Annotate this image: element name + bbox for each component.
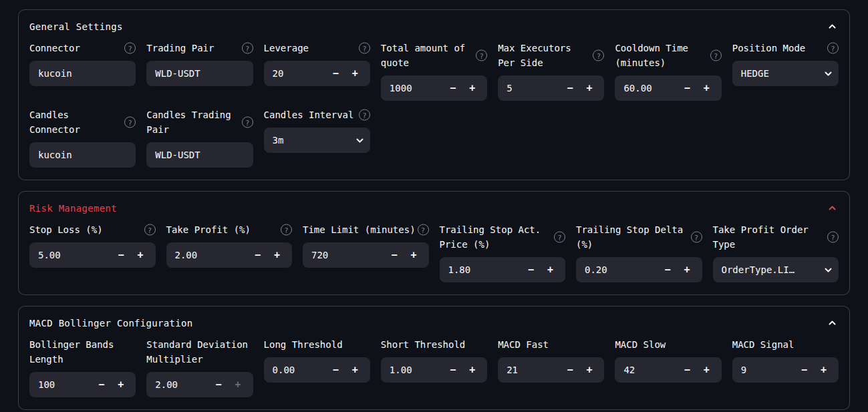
- decrement-button[interactable]: −: [248, 243, 267, 267]
- increment-button[interactable]: +: [579, 76, 599, 100]
- increment-button[interactable]: +: [404, 243, 424, 267]
- number-input-macd-fast[interactable]: 21−+: [498, 357, 604, 383]
- field-label-row: Short Threshold: [381, 337, 487, 352]
- field-bollinger-bands-length: Bollinger Bands Length 100−+: [29, 337, 136, 397]
- decrement-button[interactable]: −: [521, 258, 541, 282]
- field-label: MACD Fast: [498, 337, 604, 352]
- help-icon[interactable]: ?: [124, 117, 136, 128]
- help-icon[interactable]: ?: [144, 224, 156, 236]
- decrement-button[interactable]: −: [92, 373, 111, 397]
- increment-button[interactable]: +: [345, 358, 365, 382]
- stepper-buttons: −+: [326, 61, 365, 85]
- help-icon[interactable]: ?: [242, 43, 253, 54]
- increment-button[interactable]: +: [697, 76, 716, 100]
- field-label-row: Position Mode ?: [732, 41, 839, 55]
- decrement-button[interactable]: −: [794, 358, 814, 382]
- increment-button[interactable]: +: [267, 243, 287, 267]
- help-icon[interactable]: ?: [593, 50, 604, 61]
- field-trading-pair: Trading Pair ? WLD-USDT: [146, 41, 253, 101]
- help-icon[interactable]: ?: [554, 232, 565, 243]
- collapse-section-button[interactable]: [826, 20, 839, 33]
- number-input-leverage[interactable]: 20−+: [264, 61, 370, 86]
- number-input-short-threshold[interactable]: 1.00−+: [381, 357, 487, 383]
- field-candles-interval: Candles Interval ? 3m: [264, 108, 370, 168]
- collapse-section-button[interactable]: [826, 317, 839, 329]
- decrement-button[interactable]: −: [560, 76, 579, 100]
- help-icon[interactable]: ?: [827, 232, 839, 243]
- increment-button[interactable]: +: [541, 258, 560, 282]
- field-macd-slow: MACD Slow 42−+: [615, 337, 721, 397]
- field-label: Long Threshold: [264, 337, 370, 352]
- field-label-row: Take Profit (%) ?: [166, 222, 293, 237]
- decrement-button[interactable]: −: [326, 61, 345, 85]
- decrement-button[interactable]: −: [443, 76, 462, 100]
- decrement-button[interactable]: −: [560, 358, 579, 382]
- number-input-time-limit-minutes[interactable]: 720−+: [303, 242, 429, 268]
- number-input-bollinger-bands-length[interactable]: 100−+: [29, 372, 136, 397]
- select-candles-interval[interactable]: 3m: [264, 128, 370, 153]
- decrement-button[interactable]: −: [678, 76, 697, 100]
- increment-button[interactable]: +: [462, 76, 482, 100]
- text-input-trading-pair[interactable]: WLD-USDT: [146, 61, 253, 86]
- text-input-connector[interactable]: kucoin: [29, 61, 136, 86]
- increment-button[interactable]: +: [345, 61, 365, 85]
- field-value: 2.00: [155, 379, 208, 390]
- number-input-stop-loss[interactable]: 5.00−+: [29, 242, 156, 268]
- increment-button[interactable]: +: [462, 358, 482, 382]
- field-label: Stop Loss (%): [29, 222, 144, 237]
- number-input-trailing-stop-delta[interactable]: 0.20−+: [576, 257, 702, 282]
- field-position-mode: Position Mode ? HEDGE: [732, 41, 839, 101]
- help-icon[interactable]: ?: [359, 43, 370, 54]
- increment-button[interactable]: +: [814, 358, 833, 382]
- help-icon[interactable]: ?: [710, 50, 722, 61]
- decrement-button[interactable]: −: [443, 358, 462, 382]
- text-input-candles-connector[interactable]: kucoin: [29, 142, 136, 168]
- text-input-candles-trading-pair[interactable]: WLD-USDT: [146, 142, 253, 168]
- number-input-macd-signal[interactable]: 9−+: [732, 357, 839, 383]
- help-icon[interactable]: ?: [827, 43, 839, 54]
- chevron-down-icon: [823, 69, 833, 79]
- decrement-button[interactable]: −: [209, 373, 229, 397]
- field-value: 1.80: [448, 264, 522, 275]
- decrement-button[interactable]: −: [326, 358, 345, 382]
- increment-button[interactable]: +: [131, 243, 150, 267]
- help-icon[interactable]: ?: [359, 110, 370, 121]
- help-icon[interactable]: ?: [476, 50, 487, 61]
- field-label: Leverage: [264, 41, 358, 55]
- field-value: kucoin: [38, 68, 130, 79]
- increment-button[interactable]: +: [678, 258, 697, 282]
- field-row: Stop Loss (%) ? 5.00−+ Take Profit (%) ?…: [29, 222, 839, 282]
- help-icon[interactable]: ?: [124, 43, 136, 54]
- increment-button[interactable]: +: [111, 373, 130, 397]
- help-icon[interactable]: ?: [281, 224, 292, 236]
- stepper-buttons: −+: [521, 258, 560, 282]
- collapse-section-button[interactable]: [826, 202, 839, 214]
- field-value: 20: [273, 68, 326, 79]
- increment-button[interactable]: +: [697, 358, 716, 382]
- field-value: HEDGE: [741, 68, 823, 79]
- number-input-total-amount-of-quote[interactable]: 1000−+: [381, 75, 487, 101]
- number-input-macd-slow[interactable]: 42−+: [615, 357, 721, 383]
- decrement-button[interactable]: −: [658, 258, 678, 282]
- number-input-trailing-stop-act-price[interactable]: 1.80−+: [440, 257, 566, 282]
- help-icon[interactable]: ?: [418, 224, 429, 236]
- stepper-buttons: −+: [560, 358, 599, 382]
- field-connector: Connector ? kucoin: [29, 41, 136, 101]
- select-take-profit-order-type[interactable]: OrderType.LI…: [713, 257, 839, 282]
- number-input-take-profit[interactable]: 2.00−+: [166, 242, 293, 268]
- select-position-mode[interactable]: HEDGE: [732, 61, 839, 86]
- help-icon[interactable]: ?: [691, 232, 702, 243]
- number-input-max-executors-per-side[interactable]: 5−+: [498, 75, 604, 101]
- increment-button[interactable]: +: [579, 358, 599, 382]
- number-input-cooldown-time-minutes[interactable]: 60.00−+: [615, 75, 721, 101]
- number-input-long-threshold[interactable]: 0.00−+: [264, 357, 370, 383]
- field-label: Short Threshold: [381, 337, 487, 352]
- field-label-row: Time Limit (minutes) ?: [303, 222, 429, 237]
- help-icon[interactable]: ?: [242, 117, 253, 128]
- decrement-button[interactable]: −: [112, 243, 131, 267]
- decrement-button[interactable]: −: [678, 358, 697, 382]
- section-header: MACD Bollinger Configuration: [29, 317, 839, 329]
- field-label-row: Candles Interval ?: [264, 108, 370, 122]
- decrement-button[interactable]: −: [385, 243, 404, 267]
- number-input-standard-deviation-multiplier[interactable]: 2.00−+: [146, 372, 253, 397]
